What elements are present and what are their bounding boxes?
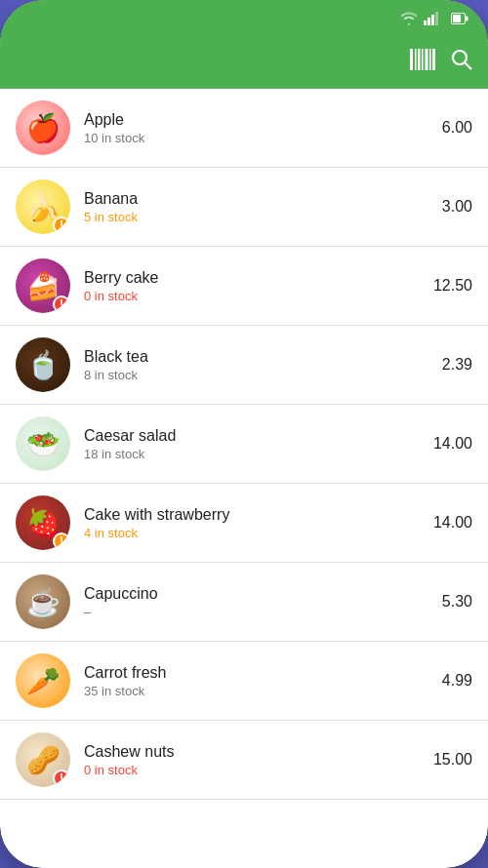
svg-rect-12 — [429, 49, 431, 70]
status-bar — [0, 0, 488, 39]
svg-rect-11 — [426, 49, 428, 70]
item-emoji: 🍵 — [26, 349, 61, 381]
list-item[interactable]: 🥕 Carrot fresh 35 in stock 4.99 — [0, 642, 488, 721]
item-name: Black tea — [84, 348, 424, 366]
item-emoji: 🍎 — [26, 112, 61, 144]
item-info: Cashew nuts 0 in stock — [84, 743, 424, 777]
item-price: 3.00 — [424, 198, 472, 216]
item-name: Caesar salad — [84, 427, 424, 445]
item-stock: 18 in stock — [84, 447, 424, 461]
item-price: 4.99 — [424, 672, 472, 690]
item-info: Black tea 8 in stock — [84, 348, 424, 382]
list-item[interactable]: 🍰 ! Berry cake 0 in stock 12.50 — [0, 247, 488, 326]
svg-rect-0 — [424, 20, 427, 25]
item-info: Apple 10 in stock — [84, 111, 424, 145]
item-image: 🥗 — [16, 416, 70, 471]
list-item[interactable]: 🍵 Black tea 8 in stock 2.39 — [0, 326, 488, 405]
items-list: 🍎 Apple 10 in stock 6.00 🍌 ! Banana 5 in… — [0, 89, 488, 868]
item-name: Apple — [84, 111, 424, 129]
app-header — [0, 39, 488, 89]
phone-screen: 🍎 Apple 10 in stock 6.00 🍌 ! Banana 5 in… — [0, 0, 488, 868]
item-name: Berry cake — [84, 269, 424, 287]
barcode-icon[interactable] — [410, 49, 435, 75]
svg-rect-7 — [410, 49, 413, 70]
item-info: Cake with strawberry 4 in stock — [84, 506, 424, 540]
item-image: 🥕 — [16, 653, 70, 708]
item-stock: 4 in stock — [84, 526, 424, 540]
svg-rect-1 — [427, 18, 430, 25]
item-price: 12.50 — [424, 277, 472, 295]
item-name: Cashew nuts — [84, 743, 424, 761]
item-stock: 10 in stock — [84, 131, 424, 145]
item-price: 15.00 — [424, 751, 472, 769]
warning-badge: ! — [53, 533, 70, 550]
phone-frame: 🍎 Apple 10 in stock 6.00 🍌 ! Banana 5 in… — [0, 0, 488, 868]
item-image: 🍰 ! — [16, 258, 70, 313]
svg-rect-9 — [418, 49, 421, 70]
item-name: Carrot fresh — [84, 664, 424, 682]
wifi-icon — [400, 12, 418, 28]
item-name: Cake with strawberry — [84, 506, 424, 524]
list-item[interactable]: 🍓 ! Cake with strawberry 4 in stock 14.0… — [0, 484, 488, 563]
item-emoji: ☕ — [26, 586, 61, 618]
svg-line-15 — [466, 63, 472, 70]
search-icon[interactable] — [451, 49, 472, 75]
item-stock: – — [84, 605, 424, 619]
list-item[interactable]: 🍌 ! Banana 5 in stock 3.00 — [0, 168, 488, 247]
item-info: Banana 5 in stock — [84, 190, 424, 224]
item-name: Banana — [84, 190, 424, 208]
svg-rect-10 — [422, 49, 424, 70]
item-info: Carrot fresh 35 in stock — [84, 664, 424, 698]
svg-point-14 — [453, 51, 467, 64]
error-badge: ! — [53, 769, 70, 787]
error-badge: ! — [53, 296, 70, 313]
status-icons — [400, 12, 468, 28]
battery-icon — [451, 13, 468, 27]
item-info: Berry cake 0 in stock — [84, 269, 424, 303]
item-stock: 8 in stock — [84, 368, 424, 382]
item-emoji: 🥗 — [26, 428, 61, 460]
item-stock: 0 in stock — [84, 763, 424, 777]
item-price: 14.00 — [424, 435, 472, 453]
svg-rect-13 — [432, 49, 435, 70]
item-image: 🥜 ! — [16, 732, 70, 787]
item-info: Caesar salad 18 in stock — [84, 427, 424, 461]
item-stock: 0 in stock — [84, 289, 424, 303]
item-price: 2.39 — [424, 356, 472, 374]
item-image: ☕ — [16, 574, 70, 629]
svg-rect-3 — [435, 12, 438, 25]
item-image: 🍎 — [16, 100, 70, 155]
item-price: 6.00 — [424, 119, 472, 137]
item-image: 🍵 — [16, 337, 70, 392]
header-right — [410, 49, 472, 75]
item-info: Capuccino – — [84, 585, 424, 619]
item-price: 5.30 — [424, 593, 472, 611]
svg-rect-6 — [466, 16, 468, 20]
item-stock: 5 in stock — [84, 210, 424, 224]
item-image: 🍌 ! — [16, 179, 70, 234]
item-price: 14.00 — [424, 514, 472, 532]
svg-rect-8 — [415, 49, 417, 70]
list-item[interactable]: ☕ Capuccino – 5.30 — [0, 563, 488, 642]
svg-rect-5 — [453, 15, 461, 22]
item-name: Capuccino — [84, 585, 424, 603]
item-emoji: 🥕 — [26, 665, 61, 697]
item-image: 🍓 ! — [16, 495, 70, 550]
list-item[interactable]: 🥜 ! Cashew nuts 0 in stock 15.00 — [0, 721, 488, 800]
list-item[interactable]: 🥗 Caesar salad 18 in stock 14.00 — [0, 405, 488, 484]
item-stock: 35 in stock — [84, 684, 424, 698]
list-item[interactable]: 🍎 Apple 10 in stock 6.00 — [0, 89, 488, 168]
svg-rect-2 — [431, 15, 434, 25]
signal-icon — [424, 12, 439, 28]
warning-badge: ! — [53, 217, 70, 234]
